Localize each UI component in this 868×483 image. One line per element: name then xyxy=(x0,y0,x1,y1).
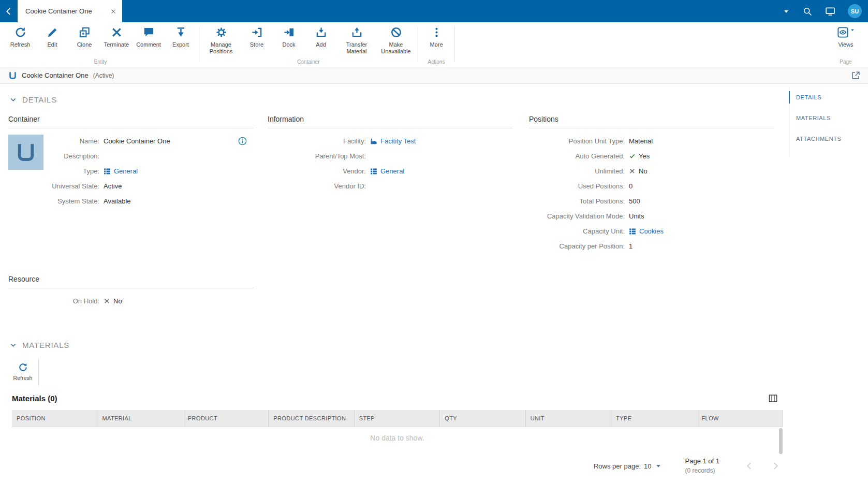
field-row-type: Type:General xyxy=(43,164,254,179)
field-label-facility: Facility: xyxy=(268,137,370,145)
dock-button[interactable]: Dock xyxy=(273,22,305,58)
close-icon[interactable] xyxy=(110,8,117,15)
field-value-facility[interactable]: Facitity Test xyxy=(370,137,416,145)
ribbon-group-actions: MoreActions xyxy=(418,22,454,67)
field-label-name: Name: xyxy=(43,137,104,145)
field-label-system-state: System State: xyxy=(43,197,104,205)
materials-section-header[interactable]: MATERIALS xyxy=(9,341,69,349)
export-button[interactable]: Export xyxy=(165,22,197,58)
check-icon xyxy=(629,153,636,159)
column-header-unit[interactable]: UNIT xyxy=(526,410,611,427)
add-label: Add xyxy=(316,41,326,48)
materials-table-title: Materials (0) xyxy=(12,394,57,403)
field-value-type[interactable]: General xyxy=(104,167,138,175)
store-button[interactable]: Store xyxy=(241,22,273,58)
open-panel-icon[interactable] xyxy=(851,70,861,80)
materials-section-title: MATERIALS xyxy=(22,341,69,349)
transfer-material-button[interactable]: Transfer Material xyxy=(337,22,376,58)
field-label-universal-state: Universal State: xyxy=(43,182,104,190)
ribbon-group-label: Actions xyxy=(418,58,454,67)
field-label-capacity-per-position: Capacity per Position: xyxy=(529,242,629,250)
avatar[interactable]: SU xyxy=(848,4,862,18)
entity-header: Cookie Container One (Active) xyxy=(0,67,868,84)
terminate-button[interactable]: Terminate xyxy=(100,22,133,58)
chevron-right-icon[interactable] xyxy=(770,461,781,471)
edit-icon xyxy=(47,26,58,38)
ribbon-group-page: Views Page xyxy=(828,22,868,67)
details-column-positions: PositionsPosition Unit Type:MaterialAuto… xyxy=(529,115,774,254)
store-label: Store xyxy=(250,41,263,48)
column-header-step[interactable]: STEP xyxy=(355,410,440,427)
column-header-flow[interactable]: FLOW xyxy=(697,410,783,427)
more-label: More xyxy=(430,41,443,48)
list-icon xyxy=(629,228,636,235)
rows-per-page-value: 10 xyxy=(644,462,651,470)
rows-per-page-select[interactable]: Rows per page: 10 xyxy=(594,462,662,470)
make-unavailable-button[interactable]: Make Unavailable xyxy=(376,22,416,58)
materials-table: POSITIONMATERIALPRODUCTPRODUCT DESCRIPTI… xyxy=(12,410,783,458)
field-value-system-state: Available xyxy=(104,197,131,205)
clone-button[interactable]: Clone xyxy=(68,22,100,58)
ribbon-separator xyxy=(454,26,455,62)
search-icon[interactable] xyxy=(802,6,813,17)
comment-label: Comment xyxy=(136,41,161,48)
terminate-label: Terminate xyxy=(104,41,129,48)
field-value-capacity-unit[interactable]: Cookies xyxy=(629,227,664,235)
add-button[interactable]: Add xyxy=(305,22,337,58)
column-picker-icon[interactable] xyxy=(768,393,778,403)
container-image-tile xyxy=(8,135,43,170)
factory-icon xyxy=(370,138,377,145)
field-value-vendor[interactable]: General xyxy=(370,167,404,175)
field-label-capacity-unit: Capacity Unit: xyxy=(529,227,629,235)
clone-label: Clone xyxy=(77,41,92,48)
ribbon-group-label: Page xyxy=(828,58,864,67)
column-header-product-description[interactable]: PRODUCT DESCRIPTION xyxy=(269,410,354,427)
manage-positions-button[interactable]: Manage Positions xyxy=(201,22,241,58)
back-button[interactable] xyxy=(0,0,18,22)
make-unavailable-label: Make Unavailable xyxy=(376,41,416,55)
tab-cookie-container-one[interactable]: Cookie Container One xyxy=(18,0,122,22)
side-nav-details[interactable]: DETAILS xyxy=(789,87,868,108)
page-info-block: Page 1 of 1 (0 records) xyxy=(685,457,720,475)
column-header-qty[interactable]: QTY xyxy=(440,410,525,427)
add-icon xyxy=(315,26,327,38)
details-section-header[interactable]: DETAILS xyxy=(9,95,57,104)
rows-per-page-label: Rows per page: xyxy=(594,462,641,470)
side-nav-materials[interactable]: MATERIALS xyxy=(789,108,868,128)
empty-state-text: No data to show. xyxy=(12,427,783,442)
comment-button[interactable]: Comment xyxy=(133,22,165,58)
column-title-resource: Resource xyxy=(8,275,254,288)
edit-label: Edit xyxy=(48,41,57,48)
field-row-used-positions: Used Positions:0 xyxy=(529,179,774,194)
monitor-icon[interactable] xyxy=(825,6,835,17)
chevron-left-icon[interactable] xyxy=(744,461,755,471)
more-button[interactable]: More xyxy=(420,22,452,58)
column-header-product[interactable]: PRODUCT xyxy=(183,410,269,427)
materials-refresh-button[interactable]: Refresh xyxy=(8,358,37,386)
details-section-title: DETAILS xyxy=(22,95,57,104)
field-row-total-positions: Total Positions:500 xyxy=(529,194,774,209)
column-header-position[interactable]: POSITION xyxy=(12,410,97,427)
field-label-auto-generated: Auto Generated: xyxy=(529,152,629,160)
column-header-material[interactable]: MATERIAL xyxy=(97,410,183,427)
edit-button[interactable]: Edit xyxy=(36,22,68,58)
details-column-information: InformationFacility:Facitity TestParent/… xyxy=(268,115,513,194)
refresh-button[interactable]: Refresh xyxy=(4,22,36,58)
caret-down-icon xyxy=(655,462,662,470)
container-icon xyxy=(8,71,17,80)
table-scrollbar[interactable] xyxy=(779,428,783,454)
entity-state: (Active) xyxy=(93,72,114,79)
info-icon[interactable] xyxy=(238,136,247,146)
manage-positions-icon xyxy=(215,26,227,38)
column-header-type[interactable]: TYPE xyxy=(611,410,697,427)
field-label-on-hold: On Hold: xyxy=(8,297,104,305)
views-button[interactable]: Views xyxy=(830,22,862,58)
topbar-actions: SU xyxy=(783,4,868,18)
side-nav-attachments[interactable]: ATTACHMENTS xyxy=(789,128,868,149)
container-icon xyxy=(15,141,37,163)
transfer-material-label: Transfer Material xyxy=(337,41,376,55)
topbar: Cookie Container One SU xyxy=(0,0,868,22)
records-count: (0 records) xyxy=(685,466,720,475)
field-label-capacity-validation-mode: Capacity Validation Mode: xyxy=(529,212,629,220)
chevron-down-icon[interactable] xyxy=(783,8,790,15)
